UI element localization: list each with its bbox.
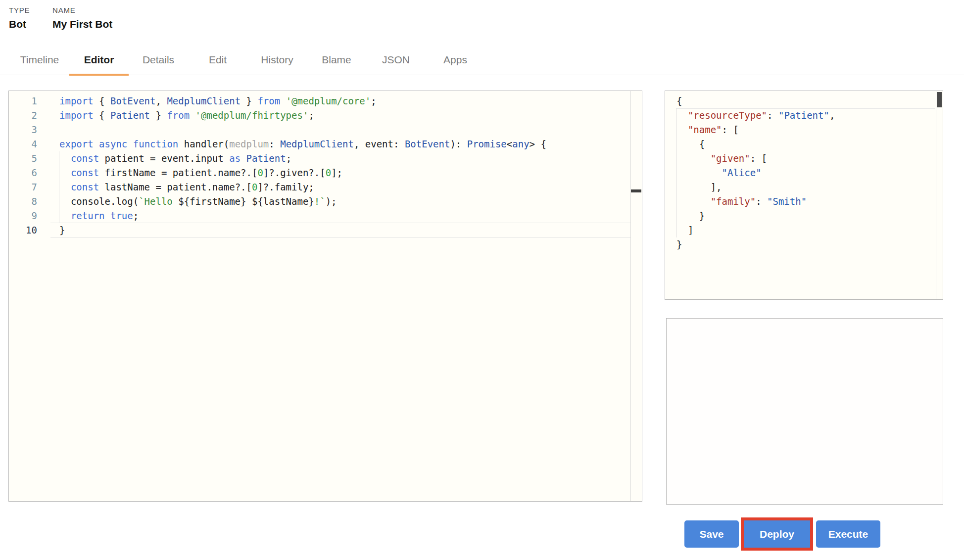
name-label: NAME — [52, 6, 76, 14]
code-line: export async function handler(medplum: M… — [50, 137, 631, 151]
code-line: console.log(`Hello ${firstName} ${lastNa… — [50, 194, 631, 209]
code-line: ] — [676, 223, 935, 237]
tab-json[interactable]: JSON — [366, 45, 426, 75]
line-number: 10 — [9, 223, 37, 237]
tab-blame[interactable]: Blame — [307, 45, 366, 75]
line-number: 2 — [9, 108, 37, 123]
code-line: const lastName = patient.name?.[0]?.fami… — [50, 180, 631, 194]
scrollbar-track — [936, 91, 936, 299]
line-number: 1 — [9, 94, 37, 108]
code-line: const patient = event.input as Patient; — [50, 151, 631, 166]
code-line: "Alice" — [676, 166, 935, 180]
code-line: "family": "Smith" — [676, 194, 935, 209]
scrollbar-track — [630, 91, 631, 501]
code-line: } — [676, 237, 935, 252]
action-buttons: Save Deploy Execute — [684, 517, 880, 551]
input-json-editor[interactable]: { "resourceType": "Patient", "name": [ {… — [665, 91, 943, 300]
tab-bar: TimelineEditorDetailsEditHistoryBlameJSO… — [0, 45, 964, 75]
code-line: "resourceType": "Patient", — [676, 108, 935, 123]
code-line: ], — [676, 180, 935, 194]
code-line: { — [676, 94, 935, 108]
tab-edit[interactable]: Edit — [188, 45, 247, 75]
line-number: 9 — [9, 209, 37, 223]
tab-history[interactable]: History — [247, 45, 307, 75]
scrollbar-thumb[interactable] — [631, 189, 641, 192]
tab-details[interactable]: Details — [129, 45, 188, 75]
code-line: const firstName = patient.name?.[0]?.giv… — [50, 166, 631, 180]
type-value: Bot — [9, 18, 26, 30]
code-line: } — [676, 209, 935, 223]
code-line: return true; — [50, 209, 631, 223]
code-line: "name": [ — [676, 123, 935, 137]
save-button[interactable]: Save — [684, 520, 739, 548]
code-line: "given": [ — [676, 151, 935, 166]
input-json-lines: { "resourceType": "Patient", "name": [ {… — [676, 94, 935, 252]
deploy-button[interactable]: Deploy — [744, 520, 810, 548]
deploy-annotation-highlight: Deploy — [741, 517, 813, 551]
bot-editor-page: TYPE Bot NAME My First Bot TimelineEdito… — [0, 0, 964, 560]
line-number: 8 — [9, 194, 37, 209]
tab-apps[interactable]: Apps — [426, 45, 485, 75]
line-number: 3 — [9, 123, 37, 137]
execute-button[interactable]: Execute — [816, 520, 880, 548]
code-line: import { Patient } from '@medplum/fhirty… — [50, 108, 631, 123]
code-lines: import { BotEvent, MedplumClient } from … — [50, 94, 631, 237]
line-number: 4 — [9, 137, 37, 151]
scrollbar-thumb[interactable] — [937, 92, 942, 107]
line-number: 6 — [9, 166, 37, 180]
code-editor[interactable]: 12345678910 import { BotEvent, MedplumCl… — [8, 91, 642, 502]
output-panel — [666, 318, 943, 505]
type-label: TYPE — [9, 6, 30, 14]
page-title: My First Bot — [52, 18, 112, 30]
line-number: 5 — [9, 151, 37, 166]
tab-timeline[interactable]: Timeline — [10, 45, 69, 75]
line-number-gutter: 12345678910 — [9, 94, 37, 237]
line-number: 7 — [9, 180, 37, 194]
code-line: import { BotEvent, MedplumClient } from … — [50, 94, 631, 108]
tab-editor[interactable]: Editor — [69, 45, 129, 75]
code-line — [50, 123, 631, 137]
code-line: { — [676, 137, 935, 151]
code-line: } — [50, 223, 631, 237]
